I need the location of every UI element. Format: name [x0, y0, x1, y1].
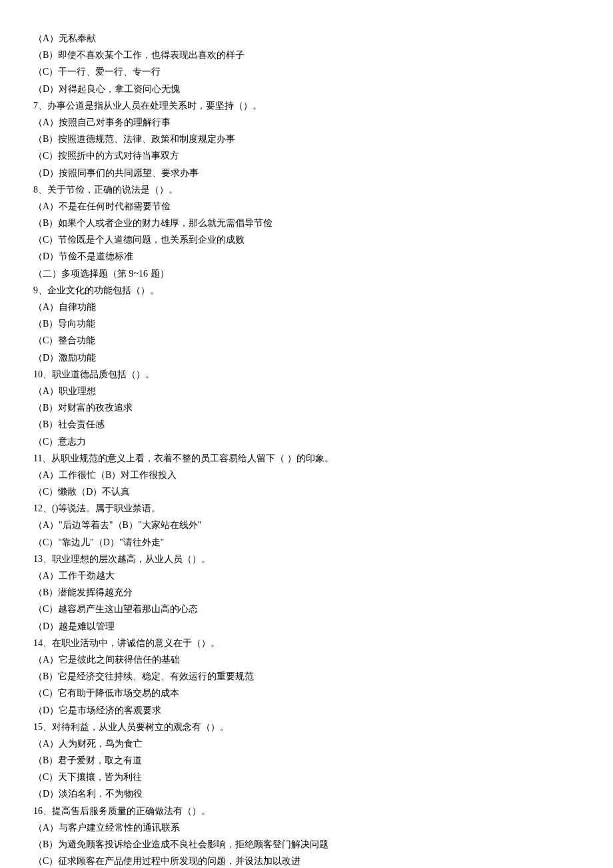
- text-line: （A）职业理想: [33, 383, 580, 399]
- text-line: （B）导向功能: [33, 315, 580, 332]
- text-line: 11、从职业规范的意义上看，衣着不整的员工容易给人留下（ ）的印象。: [33, 450, 580, 467]
- text-line: 16、提高售后服务质量的正确做法有（）。: [33, 803, 580, 819]
- text-line: （二）多项选择题（第 9~16 题）: [33, 265, 580, 282]
- text-line: （A）自律功能: [33, 299, 580, 315]
- text-line: （B）即使不喜欢某个工作，也得表现出喜欢的样子: [33, 47, 580, 63]
- text-line: （D）激励功能: [33, 349, 580, 366]
- text-line: （A）不是在任何时代都需要节俭: [33, 198, 580, 215]
- text-line: （D）淡泊名利，不为物役: [33, 785, 580, 802]
- text-line: 9、企业文化的功能包括（）。: [33, 282, 580, 299]
- text-line: （C）天下攘攘，皆为利往: [33, 769, 580, 785]
- text-line: （C）干一行、爱一行、专一行: [33, 63, 580, 80]
- text-line: （A）人为财死，鸟为食亡: [33, 735, 580, 752]
- text-line: （D）它是市场经济的客观要求: [33, 702, 580, 719]
- text-line: （C）懒散（D）不认真: [33, 483, 580, 500]
- text-line: （B）为避免顾客投诉给企业造成不良社会影响，拒绝顾客登门解决问题: [33, 836, 580, 853]
- text-line: （A）"后边等着去"（B）"大家站在线外": [33, 517, 580, 533]
- text-line: （C）它有助于降低市场交易的成本: [33, 685, 580, 701]
- text-line: （C）"靠边儿"（D）"请往外走": [33, 534, 580, 551]
- text-line: （B）君子爱财，取之有道: [33, 752, 580, 769]
- text-line: 15、对待利益，从业人员要树立的观念有（）。: [33, 719, 580, 735]
- text-line: （C）整合功能: [33, 332, 580, 349]
- text-line: （D）越是难以管理: [33, 618, 580, 635]
- text-line: （C）按照折中的方式对待当事双方: [33, 147, 580, 164]
- text-line: （B）它是经济交往持续、稳定、有效运行的重要规范: [33, 668, 580, 685]
- text-line: （D）按照同事们的共同愿望、要求办事: [33, 165, 580, 181]
- text-line: （A）工作很忙（B）对工作很投入: [33, 467, 580, 483]
- text-line: （D）节俭不是道德标准: [33, 248, 580, 265]
- text-line: 12、()等说法。属于职业禁语。: [33, 500, 580, 517]
- text-line: 10、职业道德品质包括（）。: [33, 366, 580, 383]
- document-body: （A）无私奉献（B）即使不喜欢某个工作，也得表现出喜欢的样子（C）干一行、爱一行…: [33, 30, 580, 868]
- text-line: 8、关于节俭，正确的说法是（）。: [33, 181, 580, 198]
- text-line: 13、职业理想的层次越高，从业人员（）。: [33, 551, 580, 567]
- text-line: （C）征求顾客在产品使用过程中所发现的问题，并设法加以改进: [33, 853, 580, 868]
- text-line: （B）按照道德规范、法律、政策和制度规定办事: [33, 131, 580, 147]
- text-line: （A）工作干劲越大: [33, 567, 580, 584]
- text-line: （B）如果个人或者企业的财力雄厚，那么就无需倡导节俭: [33, 215, 580, 231]
- text-line: （B）社会责任感: [33, 416, 580, 433]
- text-line: 14、在职业活动中，讲诚信的意义在于（）。: [33, 635, 580, 651]
- text-line: （A）它是彼此之间获得信任的基础: [33, 651, 580, 668]
- text-line: （C）意志力: [33, 433, 580, 450]
- text-line: （C）越容易产生这山望着那山高的心态: [33, 601, 580, 617]
- text-line: （B）潜能发挥得越充分: [33, 584, 580, 601]
- text-line: （A）无私奉献: [33, 30, 580, 47]
- text-line: （D）对得起良心，拿工资问心无愧: [33, 81, 580, 97]
- text-line: （A）与客户建立经常性的通讯联系: [33, 819, 580, 836]
- text-line: （B）对财富的孜孜追求: [33, 399, 580, 416]
- text-line: 7、办事公道是指从业人员在处理关系时，要坚持（）。: [33, 97, 580, 114]
- text-line: （A）按照自己对事务的理解行事: [33, 114, 580, 131]
- text-line: （C）节俭既是个人道德问题，也关系到企业的成败: [33, 231, 580, 248]
